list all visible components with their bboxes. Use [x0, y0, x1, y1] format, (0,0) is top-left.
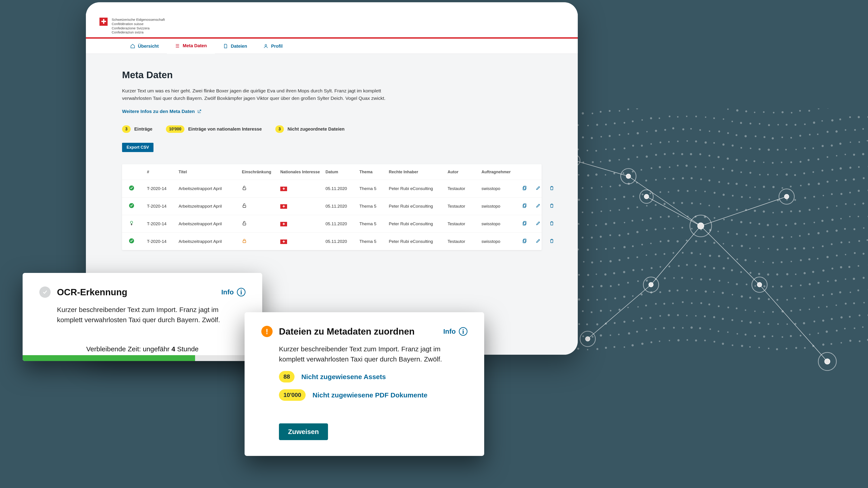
- svg-line-800: [628, 176, 701, 226]
- svg-point-88: [609, 135, 611, 137]
- svg-point-537: [694, 264, 696, 266]
- svg-point-765: [587, 349, 588, 350]
- nav-files-label: Dateien: [231, 43, 247, 49]
- table-row[interactable]: T-2020-14Arbeitszeitrapport April✚05.11.…: [122, 180, 541, 197]
- svg-point-618: [705, 291, 707, 293]
- svg-point-294: [668, 191, 669, 193]
- cell-rights: Peter Rubi eConsulting: [389, 221, 447, 226]
- svg-line-801: [651, 226, 701, 285]
- svg-point-128: [614, 148, 615, 150]
- nav-files[interactable]: Dateien: [215, 39, 255, 54]
- svg-rect-836: [243, 223, 246, 225]
- status-ok-icon: [129, 203, 134, 208]
- svg-point-554: [848, 266, 850, 268]
- svg-point-166: [592, 161, 594, 163]
- svg-point-739: [710, 328, 711, 330]
- svg-point-395: [858, 216, 859, 217]
- svg-point-543: [749, 272, 752, 274]
- svg-point-23: [745, 110, 747, 112]
- svg-point-454: [667, 240, 670, 242]
- svg-point-250: [628, 183, 630, 185]
- cell-national: ✚: [280, 221, 326, 226]
- swiss-flag-icon: ✚: [280, 222, 287, 226]
- svg-point-383: [749, 222, 751, 224]
- nav-profile[interactable]: Profil: [255, 39, 291, 54]
- unassigned-pdf[interactable]: 10'000 Nicht zugewiesene PDF Dokumente: [279, 389, 467, 401]
- delete-icon[interactable]: [549, 221, 554, 226]
- svg-point-339: [708, 205, 710, 206]
- cell-national: ✚: [280, 186, 326, 191]
- svg-point-11: [636, 108, 638, 109]
- table-row[interactable]: T-2020-14Arbeitszeitrapport April✚05.11.…: [122, 215, 541, 232]
- copy-icon[interactable]: [522, 238, 527, 243]
- delete-icon[interactable]: [549, 186, 554, 191]
- nav-metadata[interactable]: Meta Daten: [167, 39, 215, 54]
- svg-point-698: [704, 315, 706, 317]
- svg-point-176: [681, 153, 683, 155]
- delete-icon[interactable]: [549, 203, 554, 208]
- svg-point-232: [831, 169, 833, 171]
- svg-point-610: [632, 295, 633, 297]
- svg-point-214: [669, 166, 671, 168]
- svg-point-9: [619, 110, 620, 112]
- ocr-info-link[interactable]: Info i: [221, 288, 246, 296]
- cell-contractor: swisstopo: [482, 186, 522, 191]
- svg-point-227: [785, 173, 788, 176]
- edit-icon[interactable]: [536, 203, 541, 208]
- svg-point-10: [627, 108, 629, 110]
- confederation-text: Schweizerische Eidgenossenschaft Confédé…: [112, 18, 165, 35]
- svg-point-550: [812, 271, 814, 273]
- svg-point-743: [745, 334, 746, 335]
- svg-point-59: [713, 118, 715, 119]
- svg-point-713: [840, 316, 843, 319]
- svg-point-421: [727, 232, 729, 233]
- edit-icon[interactable]: [536, 186, 541, 191]
- edit-icon[interactable]: [536, 221, 541, 226]
- stat-national-label: Einträge von nationalem Interesse: [188, 127, 262, 132]
- col-author: Autor: [447, 170, 482, 174]
- unassigned-assets[interactable]: 88 Nicht zugewiesene Assets: [279, 371, 467, 383]
- svg-point-75: [858, 116, 860, 119]
- svg-point-418: [701, 229, 702, 230]
- svg-point-808: [690, 215, 712, 237]
- copy-icon[interactable]: [522, 221, 527, 226]
- svg-point-167: [600, 161, 601, 162]
- assign-button[interactable]: Zuweisen: [279, 423, 328, 440]
- svg-point-684: [579, 323, 580, 325]
- cell-author: Testautor: [447, 239, 482, 244]
- svg-point-254: [664, 178, 666, 180]
- svg-point-46: [596, 124, 598, 126]
- copy-icon[interactable]: [522, 203, 527, 208]
- export-csv-button[interactable]: Export CSV: [122, 143, 153, 152]
- svg-point-333: [655, 204, 657, 206]
- svg-point-375: [678, 216, 679, 217]
- svg-point-676: [864, 302, 865, 303]
- svg-point-61: [732, 121, 733, 122]
- page-description: Kurzer Text um was es hier geht. Zwei fl…: [122, 87, 411, 102]
- svg-point-809: [698, 223, 704, 229]
- svg-point-810: [621, 168, 636, 184]
- svg-point-531: [641, 269, 643, 271]
- svg-point-6: [592, 113, 593, 114]
- edit-icon[interactable]: [536, 238, 541, 243]
- svg-point-258: [700, 178, 702, 180]
- copy-icon[interactable]: [522, 186, 527, 191]
- svg-point-710: [813, 321, 815, 322]
- svg-point-775: [677, 339, 680, 341]
- svg-point-634: [850, 292, 851, 293]
- table-row[interactable]: T-2020-14Arbeitszeitrapport April✚05.11.…: [122, 232, 541, 250]
- assign-info-link[interactable]: Info i: [443, 327, 467, 336]
- svg-point-142: [741, 147, 742, 149]
- more-info-link[interactable]: Weitere Infos zu den Meta Daten: [122, 109, 202, 114]
- delete-icon[interactable]: [549, 238, 554, 243]
- nav-overview[interactable]: Übersicht: [122, 39, 167, 54]
- table-row[interactable]: T-2020-14Arbeitszeitrapport April✚05.11.…: [122, 197, 541, 215]
- svg-point-611: [641, 293, 643, 295]
- svg-point-756: [862, 326, 864, 328]
- svg-point-476: [866, 239, 868, 241]
- svg-point-215: [677, 165, 678, 166]
- svg-point-217: [694, 166, 696, 168]
- svg-point-767: [605, 347, 607, 349]
- svg-point-315: [858, 190, 860, 192]
- svg-point-144: [758, 148, 761, 150]
